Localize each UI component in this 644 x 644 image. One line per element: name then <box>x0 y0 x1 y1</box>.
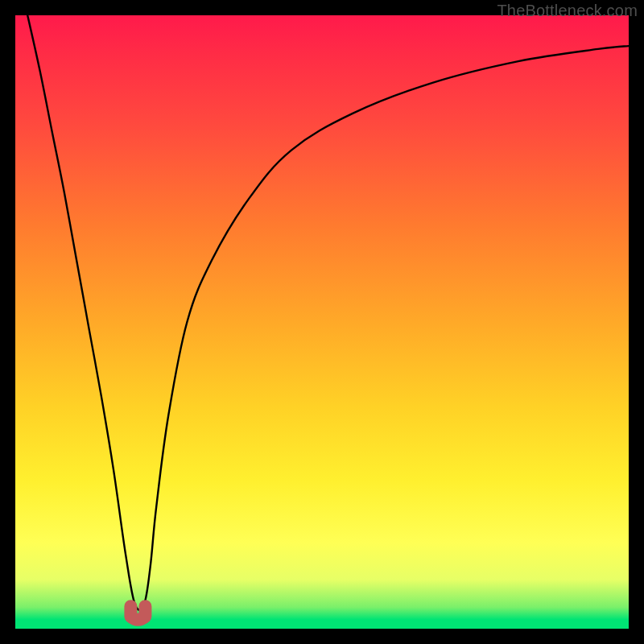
chart-frame: TheBottleneck.com <box>0 0 644 644</box>
watermark-text: TheBottleneck.com <box>497 2 638 20</box>
curve-svg <box>15 15 629 629</box>
plot-area <box>15 15 629 629</box>
bottleneck-curve <box>27 15 629 610</box>
